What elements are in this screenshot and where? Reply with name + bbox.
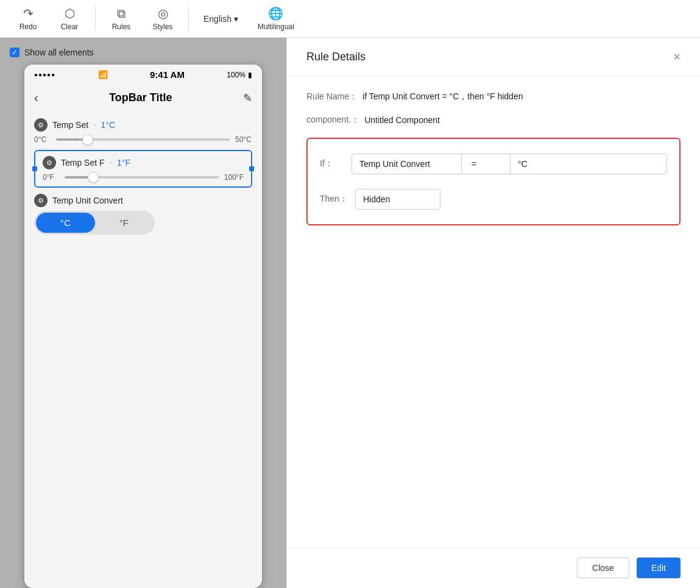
checkbox-check-icon: ✓ bbox=[12, 48, 18, 57]
toolbar: ↷ Redo ⬡ Clear ⧉ Rules ◎ Styles English … bbox=[0, 0, 700, 38]
component-row-rule: component.： Untitled Component bbox=[306, 115, 681, 126]
language-button[interactable]: English ▾ bbox=[196, 10, 246, 27]
multilingual-button[interactable]: 🌐 Multilingual bbox=[250, 2, 302, 35]
topbar-title: TopBar Title bbox=[38, 91, 243, 104]
main-area: ✓ Show all elements ●●●●● 📶 9:41 AM 100%… bbox=[0, 38, 700, 588]
phone-area: ●●●●● 📶 9:41 AM 100% ▮ ‹ TopBar Title ✎ bbox=[0, 65, 286, 588]
close-button[interactable]: Close bbox=[577, 558, 629, 578]
temp-unit-gear-icon: ⚙ bbox=[34, 194, 48, 207]
rule-panel: Rule Details × Rule Name： if Temp Unit C… bbox=[286, 38, 700, 588]
divider-1 bbox=[95, 7, 96, 31]
clear-icon: ⬡ bbox=[65, 6, 75, 21]
styles-icon: ◎ bbox=[158, 6, 168, 21]
temp-unit-convert-component: ⚙ Temp Unit Convert °C °F bbox=[34, 194, 252, 235]
language-label: English bbox=[203, 14, 232, 24]
temp-set-gear-icon: ⚙ bbox=[34, 118, 48, 132]
temp-set-name: Temp Set bbox=[52, 120, 88, 130]
signal-dots: ●●●●● bbox=[34, 71, 55, 78]
divider-2 bbox=[188, 7, 189, 31]
rule-header: Rule Details × bbox=[287, 38, 700, 77]
temp-set-slider-track[interactable] bbox=[56, 138, 230, 141]
temp-set-f-component: ⚙ Temp Set F · 1°F 0°F 100°F bbox=[34, 150, 252, 188]
wifi-icon: 📶 bbox=[98, 70, 108, 79]
temp-set-slider-row: 0°C 50°C bbox=[34, 135, 252, 144]
dot-separator-2: · bbox=[110, 157, 112, 168]
show-all-checkbox[interactable]: ✓ bbox=[10, 48, 19, 57]
selection-handle-left bbox=[32, 166, 37, 171]
clear-button[interactable]: ⬡ Clear bbox=[51, 2, 88, 35]
temp-set-f-slider-track[interactable] bbox=[65, 176, 219, 179]
temp-set-slider-thumb[interactable] bbox=[82, 134, 93, 145]
close-x-button[interactable]: × bbox=[673, 50, 681, 64]
phone-content: ⚙ Temp Set · 1°C 0°C 50°C bbox=[24, 111, 262, 248]
phone-topbar: ‹ TopBar Title ✎ bbox=[24, 85, 262, 111]
canvas-panel: ✓ Show all elements ●●●●● 📶 9:41 AM 100%… bbox=[0, 38, 286, 588]
then-value: Hidden bbox=[355, 189, 440, 210]
toggle-celsius-button[interactable]: °C bbox=[36, 213, 95, 233]
temp-set-min: 0°C bbox=[34, 135, 51, 144]
temp-set-f-min: 0°F bbox=[43, 173, 60, 182]
rule-footer: Close Edit bbox=[287, 547, 700, 588]
temp-set-component: ⚙ Temp Set · 1°C 0°C 50°C bbox=[34, 118, 252, 144]
toggle-fahrenheit-button[interactable]: °F bbox=[95, 213, 153, 233]
show-all-bar: ✓ Show all elements bbox=[0, 45, 286, 65]
if-label: If： bbox=[320, 158, 344, 169]
rule-body: Rule Name： if Temp Unit Convert = °C，the… bbox=[287, 77, 700, 547]
chevron-down-icon: ▾ bbox=[234, 14, 238, 24]
temp-set-f-label-row: ⚙ Temp Set F · 1°F bbox=[43, 156, 244, 169]
rule-name-label: Rule Name： bbox=[306, 91, 358, 102]
status-right: 100% ▮ bbox=[227, 71, 252, 79]
rules-button[interactable]: ⧉ Rules bbox=[103, 3, 140, 35]
multilingual-icon: 🌐 bbox=[268, 6, 283, 21]
status-time: 9:41 AM bbox=[150, 69, 185, 80]
temp-set-value: 1°C bbox=[101, 120, 116, 130]
temp-set-f-slider-thumb[interactable] bbox=[88, 172, 99, 183]
styles-button[interactable]: ◎ Styles bbox=[144, 2, 181, 35]
dot-separator-1: · bbox=[93, 119, 96, 130]
rule-name-value: if Temp Unit Convert = °C，then °F hidden bbox=[362, 91, 523, 102]
condition-value: °C bbox=[511, 154, 666, 174]
battery-percent: 100% bbox=[227, 71, 246, 79]
temp-set-f-max: 100°F bbox=[224, 173, 244, 182]
redo-button[interactable]: ↷ Redo bbox=[10, 2, 46, 35]
edit-button[interactable]: ✎ bbox=[243, 91, 252, 105]
selection-handle-right bbox=[249, 166, 254, 171]
rules-icon: ⧉ bbox=[117, 7, 126, 21]
temp-set-label-row: ⚙ Temp Set · 1°C bbox=[34, 118, 252, 132]
phone-frame: ●●●●● 📶 9:41 AM 100% ▮ ‹ TopBar Title ✎ bbox=[24, 65, 262, 588]
battery-icon: ▮ bbox=[248, 71, 252, 79]
temp-unit-label-row: ⚙ Temp Unit Convert bbox=[34, 194, 252, 207]
back-button[interactable]: ‹ bbox=[34, 91, 38, 105]
temp-unit-toggle-group: °C °F bbox=[34, 211, 155, 235]
temp-set-f-name: Temp Set F bbox=[61, 158, 105, 168]
temp-set-f-value: 1°F bbox=[117, 158, 130, 168]
then-row: Then： Hidden bbox=[320, 189, 667, 210]
rule-panel-title: Rule Details bbox=[306, 51, 366, 63]
redo-icon: ↷ bbox=[23, 6, 34, 21]
condition-fields: Temp Unit Convert = °C bbox=[352, 154, 667, 174]
component-label-rule: component.： bbox=[306, 115, 359, 126]
condition-box: If： Temp Unit Convert = °C Then： Hidden bbox=[306, 138, 681, 225]
then-label: Then： bbox=[320, 194, 348, 205]
show-all-label: Show all elements bbox=[24, 48, 94, 57]
condition-variable: Temp Unit Convert bbox=[352, 154, 462, 174]
temp-set-max: 50°C bbox=[235, 135, 252, 144]
temp-unit-name: Temp Unit Convert bbox=[52, 196, 123, 205]
rule-name-row: Rule Name： if Temp Unit Convert = °C，the… bbox=[306, 91, 681, 102]
condition-operator: = bbox=[462, 154, 511, 174]
component-val-rule: Untitled Component bbox=[364, 115, 440, 125]
temp-set-f-gear-icon: ⚙ bbox=[43, 156, 56, 169]
temp-set-f-slider-row: 0°F 100°F bbox=[43, 173, 244, 182]
if-row: If： Temp Unit Convert = °C bbox=[320, 154, 667, 174]
edit-button-footer[interactable]: Edit bbox=[637, 558, 681, 578]
phone-status-bar: ●●●●● 📶 9:41 AM 100% ▮ bbox=[24, 65, 262, 85]
